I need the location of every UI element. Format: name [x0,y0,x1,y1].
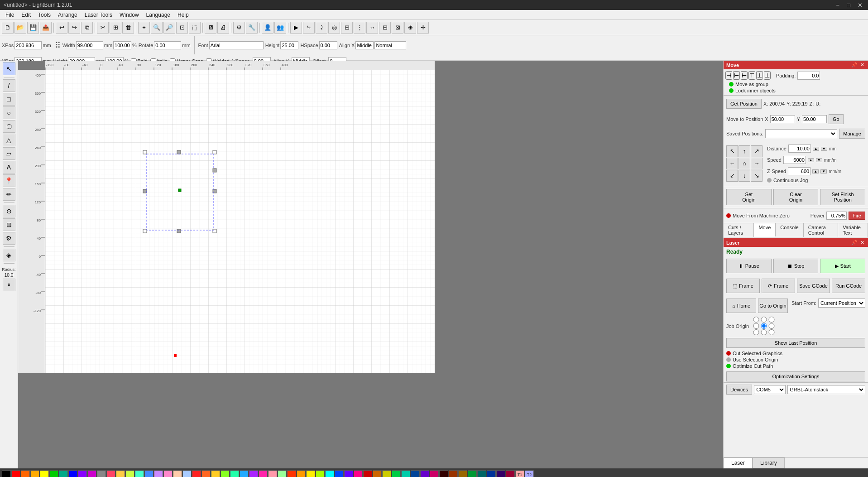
swatch-20[interactable] [192,470,201,477]
user1-button[interactable]: 👤 [262,22,273,34]
height2-input[interactable] [280,41,298,49]
continuous-jog-check[interactable]: Continuous Jog [767,178,865,183]
devices-button[interactable]: Devices [726,385,752,395]
radial-tool[interactable]: ⚙ [3,232,15,245]
swatch-09[interactable] [87,470,96,477]
swatch-47[interactable] [449,470,458,477]
triangle-tool[interactable]: △ [3,134,15,146]
tab-camera[interactable]: Camera Control [804,223,839,237]
machine-select[interactable]: GRBL-Atomstack [787,385,865,394]
distribute-button[interactable]: ⋮ [354,22,365,34]
home-button[interactable]: ⌂ Home [726,299,756,313]
extra1-button[interactable]: ⊠ [392,22,403,34]
swatch-36[interactable] [344,470,353,477]
zoom-fit-button[interactable]: ⊡ [176,22,188,34]
move-panel-close[interactable]: ✕ [859,62,865,68]
swatch-00[interactable] [2,470,11,477]
menu-language[interactable]: Language [143,11,174,19]
laser-panel-close[interactable]: ✕ [859,240,865,246]
extra3-button[interactable]: ✛ [417,22,429,34]
speed-input[interactable] [783,156,806,164]
optimization-settings-button[interactable]: Optimization Settings [726,371,865,381]
move-as-group-check[interactable]: Move as group [729,82,776,87]
optimize-cut-check[interactable]: Optimize Cut Path [726,363,865,369]
text-tool[interactable]: A [3,161,15,173]
speed-up[interactable]: ▲ [808,158,814,162]
open-button[interactable]: 📂 [14,22,26,34]
jo-br[interactable] [768,329,775,335]
minimize-button[interactable]: − [834,2,842,9]
swatch-07[interactable] [68,470,77,477]
swatch-42[interactable] [401,470,410,477]
path1-button[interactable]: ⤷ [303,22,315,34]
extra2-button[interactable]: ⊕ [404,22,416,34]
menu-window[interactable]: Window [116,11,143,19]
swatch-11[interactable] [106,470,115,477]
save-button[interactable]: 💾 [27,22,39,34]
zoom-in-button[interactable]: 🔍 [151,22,163,34]
rect-tool[interactable]: □ [3,93,15,106]
swatch-32[interactable] [306,470,315,477]
swatch-16[interactable] [154,470,163,477]
monitor-button[interactable]: 🖥 [205,22,216,34]
swatch-33[interactable] [316,470,325,477]
x-move-input[interactable] [770,115,795,123]
align-button[interactable]: ⊞ [341,22,353,34]
swatch-03[interactable] [30,470,39,477]
print-button[interactable]: 🖨 [217,22,229,34]
swatch-31[interactable] [297,470,306,477]
swatch-30[interactable] [287,470,296,477]
nav-right[interactable]: → [751,158,762,169]
use-selection-check[interactable]: Use Selection Origin [726,357,865,362]
canvas-grid[interactable] [45,70,435,373]
circle-button[interactable]: ◎ [328,22,340,34]
start-from-select[interactable]: Current Position Absolute Coords User Or… [818,299,865,308]
tab-console[interactable]: Console [776,223,803,237]
pause-button[interactable]: ⏸ Pause [726,259,772,273]
swatch-17[interactable] [163,470,173,477]
grid-tool[interactable]: ⊞ [3,218,15,231]
start-button[interactable]: ▶ Start [820,259,865,273]
settings-button[interactable]: ⚙ [233,22,245,34]
swatch-27[interactable] [259,470,268,477]
swatch-25[interactable] [240,470,249,477]
nav-upleft[interactable]: ↖ [726,145,738,157]
jo-bl[interactable] [753,329,760,335]
group-button[interactable]: ⊞ [110,22,121,34]
tab-move[interactable]: Move [754,223,776,237]
swatch-14[interactable] [135,470,144,477]
normal-input[interactable] [374,41,406,49]
swatch-26[interactable] [249,470,258,477]
jo-ml[interactable] [753,323,760,329]
radius-spin[interactable]: ⬍ [3,279,15,291]
zspeed-down[interactable]: ▼ [820,169,827,173]
tab-variable-text[interactable]: Variable Text [838,223,868,237]
jo-tl[interactable] [753,317,760,323]
pin-tool[interactable]: 📍 [3,174,15,187]
swatch-08[interactable] [78,470,87,477]
swatch-44[interactable] [420,470,429,477]
swatch-48[interactable] [458,470,467,477]
circle-measure[interactable]: ⊙ [3,205,15,217]
y-move-input[interactable] [802,115,827,123]
nav-downright[interactable]: ↘ [751,170,762,182]
stop-button[interactable]: ⏹ Stop [773,259,819,273]
get-position-button[interactable]: Get Position [726,99,762,109]
zspeed-up[interactable]: ▲ [812,169,819,173]
jo-bc[interactable] [760,329,767,335]
spacing-button[interactable]: ↔ [366,22,378,34]
close-button[interactable]: ✕ [856,2,864,9]
jo-mr[interactable] [768,323,775,329]
frame1-button[interactable]: ⬚ Frame [726,279,760,293]
swatch-51[interactable] [487,470,496,477]
undo-button[interactable]: ↩ [56,22,67,34]
fire-button[interactable]: Fire [849,212,865,220]
swatch-50[interactable] [477,470,486,477]
open-poly-tool[interactable]: ▱ [3,147,15,160]
lock-inner-check[interactable]: Lock inner objects [729,88,776,93]
add-button[interactable]: + [138,22,150,34]
frame2-button[interactable]: ⟳ Frame [762,279,795,293]
distance-up[interactable]: ▲ [813,147,819,151]
alignx-input[interactable] [355,41,374,49]
rotate-input[interactable] [154,41,181,49]
